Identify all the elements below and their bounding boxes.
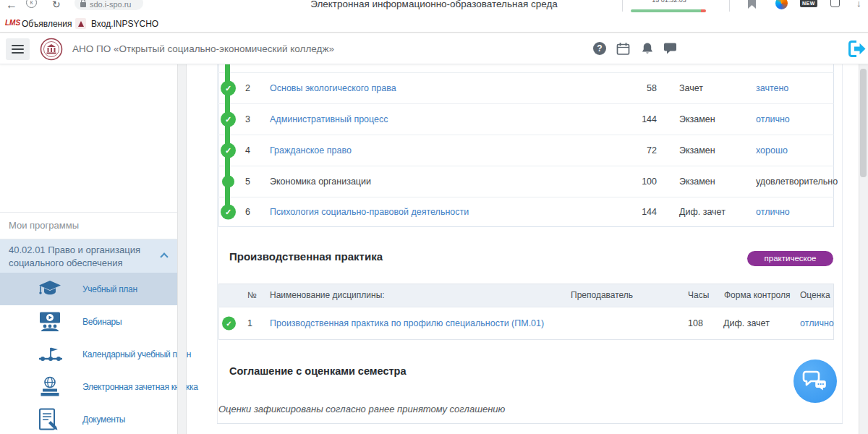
sidebar-program-item[interactable]: 40.02.01 Право и организация социального… xyxy=(0,239,177,273)
logout-icon[interactable] xyxy=(846,39,866,59)
download-icon[interactable]: ↓ xyxy=(856,0,861,9)
table-border xyxy=(218,226,834,227)
col-form: Форма контроля xyxy=(724,290,791,300)
bookmark-announcements[interactable]: Объявления xyxy=(22,19,72,29)
hours-value: 100 xyxy=(624,176,657,187)
check-icon: ✓ xyxy=(221,80,236,95)
control-form: Диф. зачет xyxy=(723,318,770,328)
extension-icon[interactable] xyxy=(830,0,840,7)
hours-value: 108 xyxy=(688,318,703,328)
grade-link[interactable]: отлично xyxy=(800,318,834,328)
divider xyxy=(0,212,177,213)
card-border xyxy=(217,423,843,424)
row-number: 2 xyxy=(245,83,250,93)
hours-value: 144 xyxy=(624,207,657,217)
sidebar: Мои программы 40.02.01 Право и организац… xyxy=(0,64,177,434)
page-title: Электронная информационно-образовательна… xyxy=(0,0,868,9)
college-logo xyxy=(40,38,63,61)
row-number: 3 xyxy=(245,114,250,124)
row-number: 6 xyxy=(245,207,250,217)
control-form: Экзамен xyxy=(679,114,715,124)
graduation-cap-icon xyxy=(38,279,62,299)
check-icon: ✓ xyxy=(221,204,236,219)
grade-link[interactable]: отлично xyxy=(756,114,790,124)
divider xyxy=(729,0,730,12)
col-hours: Часы xyxy=(688,290,709,300)
table-row: ✓ 4 Гражданское право 72 Экзамен хорошо xyxy=(217,135,842,166)
discipline-name: Экономика организации xyxy=(270,176,371,187)
col-name: Наименование дисциплины: xyxy=(270,290,385,300)
hours-value: 72 xyxy=(624,145,657,156)
document-pencil-icon xyxy=(38,408,59,431)
discipline-link[interactable]: Основы экологического права xyxy=(270,83,396,93)
chevron-up-icon xyxy=(160,252,168,260)
grade-link[interactable]: отлично xyxy=(756,207,790,217)
row-number: 1 xyxy=(247,318,252,328)
sidebar-item-label: Вебинары xyxy=(82,317,122,327)
sidebar-item-calendar-plan[interactable]: Календарный учебный план xyxy=(0,338,177,370)
discipline-link[interactable]: Административный процесс xyxy=(270,114,388,124)
sidebar-item-documents[interactable]: Документы xyxy=(0,403,177,434)
col-grade: Оценка xyxy=(800,290,830,300)
hours-value: 58 xyxy=(624,83,657,93)
sidebar-item-webinars[interactable]: Вебинары xyxy=(0,305,177,338)
chat-fab-button[interactable] xyxy=(793,359,837,403)
discipline-link[interactable]: Производственная практика по профилю спе… xyxy=(270,318,544,328)
sidebar-scrollbar[interactable] xyxy=(177,64,187,434)
calendar-icon[interactable] xyxy=(616,42,630,56)
divider xyxy=(622,0,623,12)
agreement-note: Оценки зафиксированы согласно ранее прин… xyxy=(218,404,505,414)
menu-toggle-button[interactable] xyxy=(6,38,30,60)
discipline-link[interactable]: Гражданское право xyxy=(270,145,352,156)
card-border xyxy=(842,64,843,423)
sidebar-item-label: Учебный план xyxy=(82,284,137,294)
practice-badge: практическое обучение xyxy=(747,251,833,266)
help-icon[interactable]: ? xyxy=(593,42,606,55)
table-row: ✓ 6 Психология социально-правовой деятел… xyxy=(217,197,842,226)
col-num: № xyxy=(247,290,257,300)
window-scrollbar-thumb[interactable] xyxy=(860,69,867,177)
check-icon: ✓ xyxy=(221,111,236,127)
browser-toolbar: ← к ↻ sdo.i-spo.ru Электронная информаци… xyxy=(0,0,868,16)
lms-logo-icon: LMS xyxy=(5,19,20,27)
timer-text: 15 01:32:03 xyxy=(631,0,707,4)
sidebar-item-label: Документы xyxy=(82,414,125,425)
discipline-link[interactable]: Психология социально-правовой деятельнос… xyxy=(270,207,469,217)
sidebar-section-label: Мои программы xyxy=(9,220,79,231)
app-header: АНО ПО «Открытый социально-экономический… xyxy=(0,33,868,64)
chat-icon[interactable] xyxy=(663,42,677,55)
control-form: Зачет xyxy=(679,83,703,93)
crest-icon xyxy=(75,18,86,29)
table-row: ✓ 3 Административный процесс 144 Экзамен… xyxy=(217,103,842,135)
bookmark-inpsycho[interactable]: Вход.INPSYCHO xyxy=(91,19,158,29)
table-row: ✓ 2 Основы экологического права 58 Зачет… xyxy=(217,72,842,103)
header-row: № Наименование дисциплины: Преподаватель… xyxy=(217,284,842,307)
table-row: 5 Экономика организации 100 Экзамен удов… xyxy=(217,166,842,197)
globe-book-icon xyxy=(38,376,62,398)
new-badge[interactable]: NEW xyxy=(800,0,817,7)
dot-icon xyxy=(222,175,234,187)
grade-value: удовлетворительно xyxy=(756,176,838,187)
sidebar-item-gradebook[interactable]: Электронная зачетная книжка xyxy=(0,370,177,403)
row-number: 5 xyxy=(245,176,250,187)
webinar-screen-icon xyxy=(38,311,62,333)
control-form: Экзамен xyxy=(679,176,715,187)
hours-value: 144 xyxy=(624,114,657,124)
timer-progress-bar xyxy=(631,9,706,12)
section-heading-agreement: Соглашение с оценками семестра xyxy=(229,365,407,377)
col-teacher: Преподаватель xyxy=(571,290,633,300)
sidebar-item-study-plan[interactable]: Учебный план xyxy=(0,273,177,305)
table-row: ✓ 1 Производственная практика по профилю… xyxy=(217,307,842,340)
check-icon: ✓ xyxy=(222,317,236,331)
grade-link[interactable]: хорошо xyxy=(756,145,788,156)
bell-icon[interactable] xyxy=(641,42,654,56)
section-heading-practice: Производственная практика xyxy=(229,250,383,263)
milestone-flag-icon xyxy=(38,345,64,364)
control-form: Диф. зачет xyxy=(679,207,726,217)
program-code-line2: социального обеспечения xyxy=(9,258,122,268)
sidebar-item-label: Календарный учебный план xyxy=(82,349,191,359)
check-icon: ✓ xyxy=(221,142,236,158)
program-code-line1: 40.02.01 Право и организация xyxy=(9,244,140,255)
grade-link[interactable]: зачтено xyxy=(756,83,788,93)
org-name: АНО ПО «Открытый социально-экономический… xyxy=(72,43,334,54)
